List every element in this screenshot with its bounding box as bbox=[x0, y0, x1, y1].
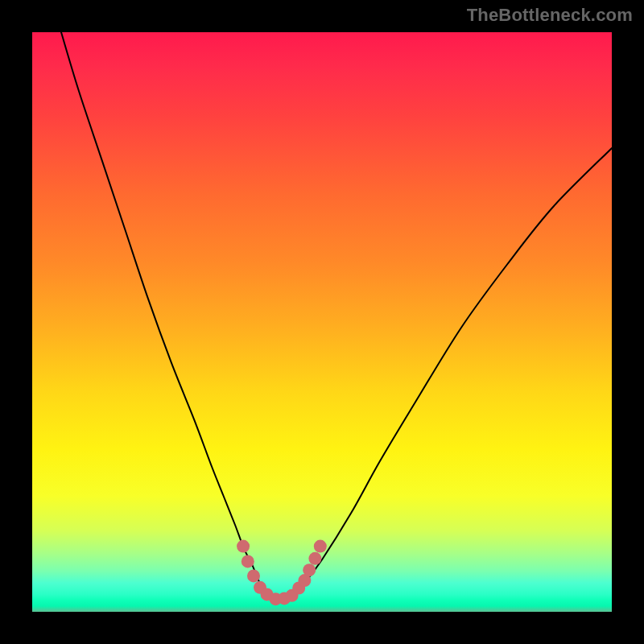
trough-marker bbox=[308, 552, 321, 565]
trough-marker bbox=[314, 540, 327, 553]
trough-marker bbox=[242, 555, 254, 568]
chart-container: TheBottleneck.com bbox=[0, 0, 644, 644]
trough-markers bbox=[237, 540, 327, 606]
watermark-text: TheBottleneck.com bbox=[467, 5, 633, 26]
bottleneck-curve bbox=[61, 32, 612, 601]
trough-marker bbox=[303, 564, 316, 576]
plot-area bbox=[32, 32, 612, 612]
trough-marker bbox=[237, 540, 250, 553]
trough-marker bbox=[247, 569, 260, 582]
curve-svg bbox=[32, 32, 612, 612]
